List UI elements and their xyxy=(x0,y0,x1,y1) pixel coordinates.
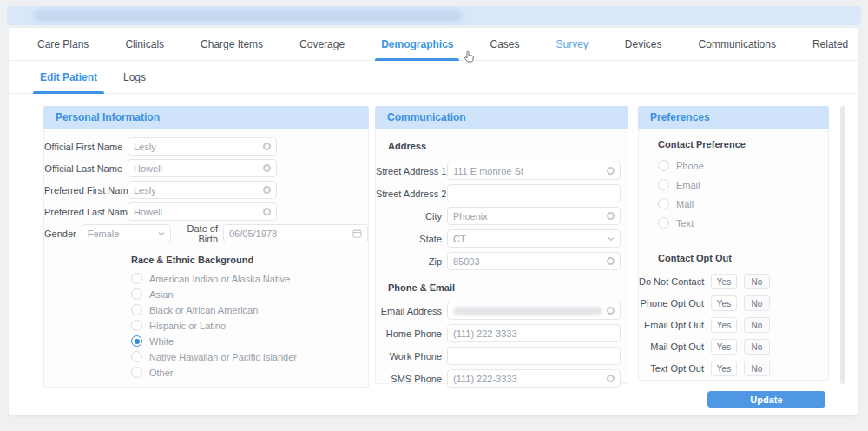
field-label: Email Address xyxy=(376,306,442,316)
radio-label: White xyxy=(149,336,174,347)
email-opt-out-yes-button[interactable]: Yes xyxy=(711,317,737,333)
radio-hispanic-latino[interactable]: Hispanic or Latino xyxy=(131,320,368,331)
tab-clinicals[interactable]: Clinicals xyxy=(107,28,182,60)
phone-opt-out-yes-button[interactable]: Yes xyxy=(711,295,737,311)
street-address-2-field[interactable] xyxy=(447,184,621,202)
radio-icon xyxy=(131,273,142,284)
preferred-first-name-input[interactable] xyxy=(134,185,263,196)
radio-icon xyxy=(131,367,142,378)
do-not-contact-row: Do Not Contact Yes No xyxy=(639,274,828,289)
radio-icon xyxy=(658,198,669,209)
opt-row-label: Phone Opt Out xyxy=(639,298,704,308)
tab-related[interactable]: Related xyxy=(794,28,866,60)
preferred-last-name-field[interactable] xyxy=(128,202,277,221)
tab-communications[interactable]: Communications xyxy=(681,28,794,60)
email-address-field[interactable] xyxy=(447,302,621,320)
tab-survey[interactable]: Survey xyxy=(538,28,607,60)
radio-label: Mail xyxy=(676,199,694,209)
contact-preference-header: Contact Preference xyxy=(639,139,828,149)
radio-contact-email[interactable]: Email xyxy=(658,179,828,190)
gender-select[interactable]: Female xyxy=(82,224,171,242)
radio-american-indian[interactable]: American Indian or Alaska Native xyxy=(131,273,368,284)
mail-opt-out-no-button[interactable]: No xyxy=(744,339,770,355)
field-label: State xyxy=(376,234,442,244)
sms-phone-input[interactable] xyxy=(453,374,607,384)
radio-contact-phone[interactable]: Phone xyxy=(658,160,828,171)
field-label: Street Address 2 xyxy=(376,189,442,199)
radio-label: Other xyxy=(149,368,174,378)
tab-coverage[interactable]: Coverage xyxy=(281,28,363,60)
radio-native-hawaiian[interactable]: Native Hawaiian or Pacific Islander xyxy=(131,351,368,362)
radio-contact-text[interactable]: Text xyxy=(658,217,828,229)
preferred-first-name-field[interactable] xyxy=(128,181,277,199)
radio-label: Asian xyxy=(149,289,174,300)
gender-value: Female xyxy=(88,229,158,239)
redacted-email-value xyxy=(453,307,602,315)
address-section-header: Address xyxy=(376,141,628,151)
state-select[interactable]: CT xyxy=(447,229,621,248)
radio-label: Black or African American xyxy=(149,305,258,315)
radio-icon xyxy=(131,320,142,331)
radio-black-african-american[interactable]: Black or African American xyxy=(131,304,368,315)
city-input[interactable] xyxy=(453,211,607,222)
tab-devices[interactable]: Devices xyxy=(607,28,681,60)
opt-row-label: Text Opt Out xyxy=(639,363,704,374)
gear-icon xyxy=(263,164,271,172)
panel-communication: Communication Address Street Address 1 S… xyxy=(375,106,628,384)
do-not-contact-no-button[interactable]: No xyxy=(744,274,770,289)
update-button[interactable]: Update xyxy=(707,391,825,408)
field-label: SMS Phone xyxy=(376,374,442,384)
opt-row-label: Email Opt Out xyxy=(639,320,704,330)
opt-row-label: Mail Opt Out xyxy=(639,341,704,352)
radio-other[interactable]: Other xyxy=(131,367,368,378)
sms-phone-field[interactable] xyxy=(447,369,621,388)
field-label: City xyxy=(376,211,442,222)
official-first-name-field[interactable] xyxy=(128,137,277,156)
radio-selected-icon xyxy=(131,335,142,347)
street-address-1-input[interactable] xyxy=(453,166,607,176)
contact-opt-out-header: Contact Opt Out xyxy=(639,253,828,263)
official-last-name-input[interactable] xyxy=(134,163,263,174)
work-phone-field[interactable] xyxy=(447,347,621,365)
subtab-logs[interactable]: Logs xyxy=(115,61,155,93)
radio-asian[interactable]: Asian xyxy=(131,288,368,300)
tab-demographics[interactable]: Demographics xyxy=(363,28,471,60)
calendar-icon[interactable] xyxy=(352,229,362,238)
radio-icon xyxy=(658,179,669,190)
zip-field[interactable] xyxy=(447,252,621,270)
city-field[interactable] xyxy=(447,207,621,225)
street-address-1-field[interactable] xyxy=(447,162,621,180)
dob-field[interactable] xyxy=(223,224,368,242)
gear-icon xyxy=(607,307,615,315)
vertical-scrollbar[interactable] xyxy=(840,106,845,384)
radio-white[interactable]: White xyxy=(131,335,368,347)
home-phone-input[interactable] xyxy=(453,328,615,339)
contact-preference-group: Phone Email Mail Text xyxy=(639,160,828,229)
zip-input[interactable] xyxy=(453,256,607,267)
dob-input[interactable] xyxy=(229,229,352,239)
text-opt-out-yes-button[interactable]: Yes xyxy=(711,361,737,376)
panel-body: Contact Preference Phone Email Mail xyxy=(638,129,829,381)
official-last-name-field[interactable] xyxy=(128,159,277,177)
patient-card: Care Plans Clinicals Charge Items Covera… xyxy=(9,28,858,415)
phone-opt-out-no-button[interactable]: No xyxy=(744,295,770,311)
preferred-last-name-input[interactable] xyxy=(134,207,263,217)
panel-body: Address Street Address 1 Street Address … xyxy=(375,129,628,384)
tab-bar: Care Plans Clinicals Charge Items Covera… xyxy=(9,28,858,61)
tab-charge-items[interactable]: Charge Items xyxy=(182,28,281,60)
street-address-2-input[interactable] xyxy=(453,189,615,199)
official-first-name-input[interactable] xyxy=(134,142,263,152)
text-opt-out-no-button[interactable]: No xyxy=(744,361,770,376)
subtab-edit-patient[interactable]: Edit Patient xyxy=(31,61,106,93)
radio-label: Hispanic or Latino xyxy=(149,321,226,331)
panel-preferences: Preferences Contact Preference Phone Ema… xyxy=(638,106,829,381)
email-opt-out-no-button[interactable]: No xyxy=(744,317,770,333)
tab-cases[interactable]: Cases xyxy=(471,28,537,60)
tab-care-plans[interactable]: Care Plans xyxy=(19,28,107,60)
home-phone-field[interactable] xyxy=(447,324,621,342)
gear-icon xyxy=(607,375,615,382)
work-phone-input[interactable] xyxy=(453,351,615,361)
radio-contact-mail[interactable]: Mail xyxy=(658,198,828,209)
mail-opt-out-yes-button[interactable]: Yes xyxy=(711,339,737,355)
do-not-contact-yes-button[interactable]: Yes xyxy=(711,274,737,289)
